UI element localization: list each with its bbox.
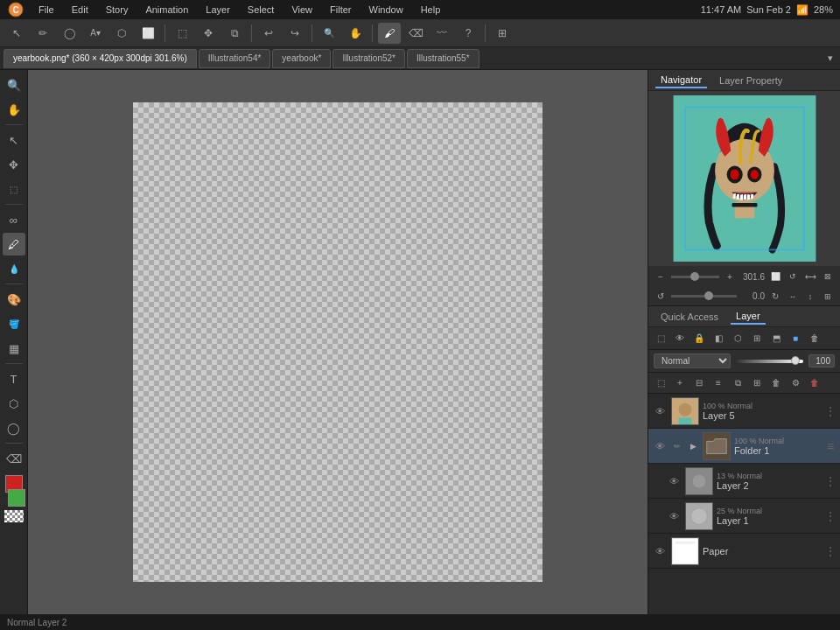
rotate-cw-icon[interactable]: ↻ [768,290,782,304]
menu-window[interactable]: Window [366,4,407,15]
menu-animation[interactable]: Animation [142,4,192,15]
toolbar-move-btn[interactable]: ✥ [197,23,220,44]
layer-icon-del[interactable]: 🗑 [767,374,785,392]
zoom-rotate-icon[interactable]: ↺ [786,270,800,284]
layer2-menu-btn[interactable]: ⋮ [824,475,836,487]
nav-extra1[interactable]: ↔ [786,290,800,304]
folder1-expand-btn[interactable]: ▶ [687,440,699,452]
app-logo[interactable]: C [7,1,24,18]
tool-fill[interactable]: 🪣 [3,312,25,335]
zoom-out-icon[interactable]: − [654,270,668,284]
toolbar-transform-btn[interactable]: ⧉ [223,23,246,44]
layer-icon-new[interactable]: + [671,374,689,392]
menu-filter[interactable]: Filter [326,4,354,15]
layer-item-layer5[interactable]: 👁 100 % Normal Layer 5 ⋮ [648,394,840,429]
tool-hand[interactable]: ✋ [3,98,25,121]
tool-layer-move[interactable]: ⬚ [3,178,25,200]
paper-menu-btn[interactable]: ⋮ [824,545,836,557]
menu-help[interactable]: Help [417,4,444,15]
layer-blend-btn[interactable]: ⊞ [748,330,766,347]
toolbar-hand-btn[interactable]: ✋ [344,23,367,44]
toolbar-expand-btn[interactable]: ⊞ [491,23,514,44]
layer-icon-flatten[interactable]: ≡ [710,374,727,392]
toolbar-text-btn[interactable]: A▾ [84,23,107,44]
layer-effect-btn[interactable]: ⬡ [729,330,746,347]
layer-delete-btn[interactable]: 🗑 [806,330,823,347]
tool-move[interactable]: ✥ [3,153,25,176]
layer-icon-folder[interactable]: ⬚ [652,374,669,392]
layer-clip-btn[interactable]: ⬒ [767,330,785,347]
layer-icon-copy[interactable]: ⧉ [729,374,746,392]
tool-pen[interactable]: 🖊 [3,233,25,256]
toolbar-redo-btn[interactable]: ↪ [284,23,306,44]
tool-shape[interactable]: ◯ [3,416,25,439]
zoom-slider[interactable] [671,276,719,278]
tool-gradient[interactable]: ▦ [3,337,25,360]
layer-item-paper[interactable]: 👁 Paper ⋮ [648,534,840,569]
toolbar-shape-btn[interactable]: ◯ [58,23,80,44]
toolbar-brush-btn[interactable]: 🖌 [378,23,401,44]
zoom-in-icon[interactable]: + [723,270,737,284]
tool-eyedropper[interactable]: 🎨 [3,288,25,311]
layer-folder-btn[interactable]: ⬚ [652,330,669,347]
toolbar-zoom-btn[interactable]: 🔍 [318,23,340,44]
menu-layer[interactable]: Layer [202,4,234,15]
tab-illustration52[interactable]: Illustration52* [332,49,405,68]
layer-color-btn[interactable]: ■ [787,330,804,347]
tool-smudge[interactable]: 💧 [3,257,25,280]
tab-yearbook[interactable]: yearbook* [272,49,331,68]
folder1-menu-btn[interactable]: ≡ [824,440,836,452]
menu-edit[interactable]: Edit [68,4,92,15]
tool-cursor[interactable]: ↖ [3,129,25,151]
tab-active-file[interactable]: yearbook.png* (360 × 420px 300dpi 301.6%… [4,49,197,68]
layer-icon-trash-red[interactable]: 🗑 [806,374,823,392]
menu-select[interactable]: Select [244,4,278,15]
menu-story[interactable]: Story [102,4,132,15]
quick-access-tab[interactable]: Quick Access [655,310,724,324]
layer-show-all-btn[interactable]: 👁 [671,330,689,347]
toolbar-help-btn[interactable]: ? [457,23,480,44]
navigator-tab[interactable]: Navigator [655,73,707,88]
layer1-menu-btn[interactable]: ⋮ [824,510,836,522]
tool-text[interactable]: T [3,368,25,390]
layer1-visibility-btn[interactable]: 👁 [666,508,682,524]
toolbar-gradient-btn[interactable]: ⬜ [136,23,159,44]
folder1-lock-btn[interactable]: ✏ [671,440,683,452]
toolbar-eraser-btn[interactable]: ⌫ [404,23,427,44]
toolbar-select-btn[interactable]: ⬚ [171,23,193,44]
layer2-visibility-btn[interactable]: 👁 [666,473,682,489]
layer-item-layer2[interactable]: 👁 13 % Normal Layer 2 ⋮ [648,464,840,499]
layer-mask-btn[interactable]: ◧ [710,330,727,347]
layer-icon-settings[interactable]: ⚙ [787,374,804,392]
tab-more-btn[interactable]: ▾ [824,52,836,64]
menu-file[interactable]: File [35,4,58,15]
zoom-reset-icon[interactable]: ⊠ [821,270,835,284]
layer-lock-all-btn[interactable]: 🔒 [690,330,708,347]
tool-lasso[interactable]: ∞ [3,208,25,231]
layer-item-layer1[interactable]: 👁 25 % Normal Layer 1 ⋮ [648,499,840,534]
toolbar-pen-btn[interactable]: ✏ [32,23,54,44]
layer5-visibility-btn[interactable]: 👁 [652,403,668,419]
layer5-menu-btn[interactable]: ⋮ [824,405,836,417]
tab-illustration55[interactable]: Illustration55* [407,49,480,68]
nav-extra2[interactable]: ↕ [803,290,817,304]
blend-mode-select[interactable]: Normal [654,354,731,368]
rotate-ccw-icon[interactable]: ↺ [654,290,668,304]
layer-item-folder1[interactable]: 👁 ✏ ▶ 100 % Normal Folder 1 ≡ [648,429,840,464]
opacity-slider[interactable] [736,360,804,363]
folder1-visibility-btn[interactable]: 👁 [652,438,668,454]
toolbar-blend-btn[interactable]: 〰 [430,23,453,44]
menu-view[interactable]: View [288,4,316,15]
tab-illustration54[interactable]: Illustration54* [199,49,271,68]
tool-eraser[interactable]: ⌫ [3,447,25,470]
toolbar-cursor-btn[interactable]: ↖ [5,23,28,44]
layer-tab[interactable]: Layer [731,309,766,325]
rotate-slider[interactable] [671,295,737,298]
tool-zoom[interactable]: 🔍 [3,74,25,96]
canvas-area[interactable] [28,70,648,614]
tool-vector[interactable]: ⬡ [3,392,25,415]
opacity-input[interactable] [808,354,835,368]
background-color-swatch[interactable] [8,489,25,507]
nav-extra3[interactable]: ⊞ [821,290,835,304]
zoom-flip-icon[interactable]: ⟷ [803,270,817,284]
